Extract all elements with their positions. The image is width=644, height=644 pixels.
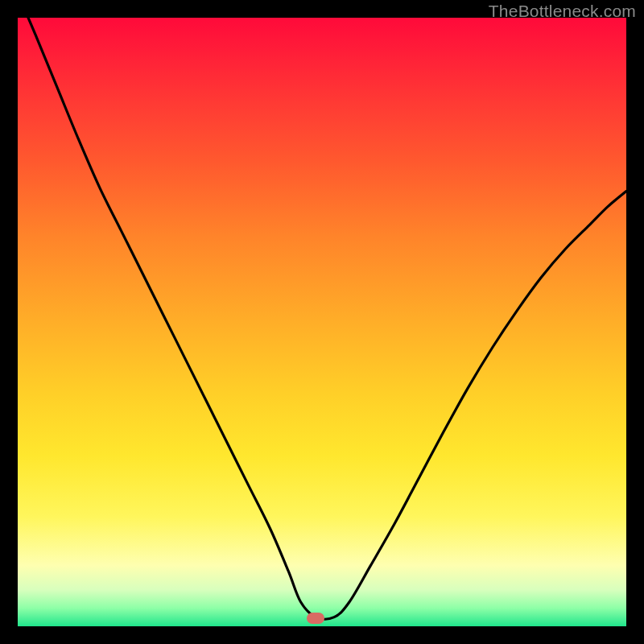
plot-area	[18, 18, 626, 626]
bottleneck-curve	[18, 18, 626, 626]
chart-frame: TheBottleneck.com	[0, 0, 644, 644]
optimal-point-marker	[307, 613, 324, 624]
